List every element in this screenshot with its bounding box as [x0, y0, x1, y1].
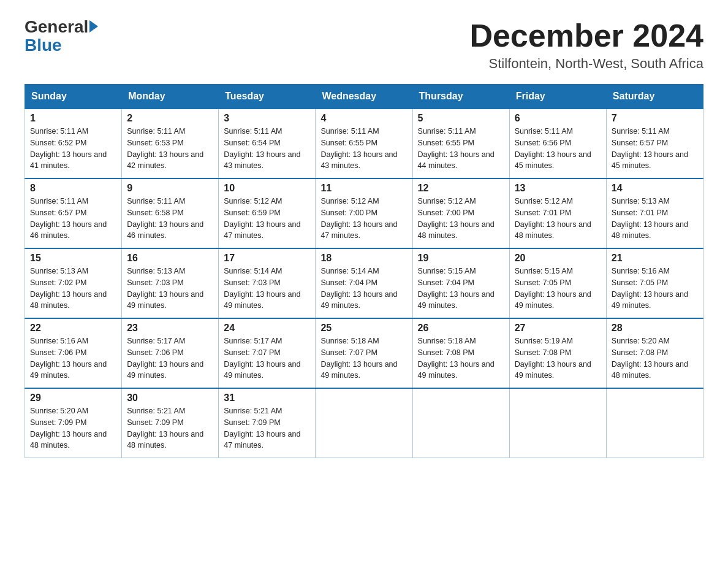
day-cell-23: 23Sunrise: 5:17 AMSunset: 7:06 PMDayligh…	[122, 318, 219, 388]
day-info: Sunrise: 5:21 AMSunset: 7:09 PMDaylight:…	[224, 407, 300, 450]
weekday-header-wednesday: Wednesday	[316, 85, 412, 109]
weekday-header-tuesday: Tuesday	[219, 85, 316, 109]
day-info: Sunrise: 5:20 AMSunset: 7:09 PMDaylight:…	[30, 407, 107, 450]
day-cell-22: 22Sunrise: 5:16 AMSunset: 7:06 PMDayligh…	[25, 318, 122, 388]
day-cell-14: 14Sunrise: 5:13 AMSunset: 7:01 PMDayligh…	[606, 178, 703, 248]
day-cell-7: 7Sunrise: 5:11 AMSunset: 6:57 PMDaylight…	[606, 109, 703, 178]
day-info: Sunrise: 5:13 AMSunset: 7:02 PMDaylight:…	[30, 267, 107, 310]
day-info: Sunrise: 5:17 AMSunset: 7:06 PMDaylight:…	[127, 337, 203, 380]
logo-arrow-icon	[89, 20, 98, 33]
day-cell-1: 1Sunrise: 5:11 AMSunset: 6:52 PMDaylight…	[25, 109, 122, 178]
logo-blue-text: Blue	[25, 36, 98, 55]
day-info: Sunrise: 5:11 AMSunset: 6:57 PMDaylight:…	[30, 197, 107, 240]
day-cell-9: 9Sunrise: 5:11 AMSunset: 6:58 PMDaylight…	[122, 178, 219, 248]
logo: General Blue	[25, 18, 98, 55]
empty-cell	[316, 388, 412, 458]
week-row-2: 8Sunrise: 5:11 AMSunset: 6:57 PMDaylight…	[25, 178, 703, 248]
day-number: 15	[30, 253, 116, 264]
day-info: Sunrise: 5:19 AMSunset: 7:08 PMDaylight:…	[515, 337, 591, 380]
day-info: Sunrise: 5:16 AMSunset: 7:05 PMDaylight:…	[612, 267, 688, 310]
day-cell-26: 26Sunrise: 5:18 AMSunset: 7:08 PMDayligh…	[412, 318, 509, 388]
day-info: Sunrise: 5:13 AMSunset: 7:01 PMDaylight:…	[612, 197, 688, 240]
day-info: Sunrise: 5:12 AMSunset: 7:00 PMDaylight:…	[418, 197, 495, 240]
empty-cell	[412, 388, 509, 458]
day-number: 9	[127, 183, 213, 194]
day-info: Sunrise: 5:18 AMSunset: 7:08 PMDaylight:…	[418, 337, 495, 380]
day-number: 25	[320, 323, 407, 334]
day-cell-15: 15Sunrise: 5:13 AMSunset: 7:02 PMDayligh…	[25, 248, 122, 318]
day-info: Sunrise: 5:13 AMSunset: 7:03 PMDaylight:…	[127, 267, 203, 310]
day-info: Sunrise: 5:11 AMSunset: 6:55 PMDaylight:…	[418, 127, 495, 170]
day-cell-24: 24Sunrise: 5:17 AMSunset: 7:07 PMDayligh…	[219, 318, 316, 388]
day-number: 23	[127, 323, 213, 334]
day-cell-12: 12Sunrise: 5:12 AMSunset: 7:00 PMDayligh…	[412, 178, 509, 248]
day-number: 28	[612, 323, 698, 334]
day-number: 6	[515, 113, 601, 124]
day-number: 26	[418, 323, 504, 334]
page-header: General Blue December 2024 Stilfontein, …	[25, 18, 703, 72]
day-cell-10: 10Sunrise: 5:12 AMSunset: 6:59 PMDayligh…	[219, 178, 316, 248]
empty-cell	[509, 388, 606, 458]
day-number: 12	[418, 183, 504, 194]
day-info: Sunrise: 5:11 AMSunset: 6:56 PMDaylight:…	[515, 127, 591, 170]
day-info: Sunrise: 5:11 AMSunset: 6:55 PMDaylight:…	[320, 127, 397, 170]
day-cell-11: 11Sunrise: 5:12 AMSunset: 7:00 PMDayligh…	[316, 178, 412, 248]
day-info: Sunrise: 5:11 AMSunset: 6:52 PMDaylight:…	[30, 127, 107, 170]
weekday-header-thursday: Thursday	[412, 85, 509, 109]
logo-general-text: General	[25, 18, 88, 36]
week-row-4: 22Sunrise: 5:16 AMSunset: 7:06 PMDayligh…	[25, 318, 703, 388]
day-info: Sunrise: 5:14 AMSunset: 7:03 PMDaylight:…	[224, 267, 300, 310]
empty-cell	[606, 388, 703, 458]
day-number: 16	[127, 253, 213, 264]
day-number: 22	[30, 323, 116, 334]
day-info: Sunrise: 5:16 AMSunset: 7:06 PMDaylight:…	[30, 337, 107, 380]
day-info: Sunrise: 5:12 AMSunset: 7:00 PMDaylight:…	[320, 197, 397, 240]
day-cell-31: 31Sunrise: 5:21 AMSunset: 7:09 PMDayligh…	[219, 388, 316, 458]
day-info: Sunrise: 5:15 AMSunset: 7:04 PMDaylight:…	[418, 267, 495, 310]
day-cell-2: 2Sunrise: 5:11 AMSunset: 6:53 PMDaylight…	[122, 109, 219, 178]
day-cell-8: 8Sunrise: 5:11 AMSunset: 6:57 PMDaylight…	[25, 178, 122, 248]
day-info: Sunrise: 5:20 AMSunset: 7:08 PMDaylight:…	[612, 337, 688, 380]
day-number: 21	[612, 253, 698, 264]
weekday-header-friday: Friday	[509, 85, 606, 109]
day-cell-19: 19Sunrise: 5:15 AMSunset: 7:04 PMDayligh…	[412, 248, 509, 318]
day-info: Sunrise: 5:11 AMSunset: 6:54 PMDaylight:…	[224, 127, 300, 170]
day-number: 18	[320, 253, 407, 264]
day-cell-17: 17Sunrise: 5:14 AMSunset: 7:03 PMDayligh…	[219, 248, 316, 318]
location-subtitle: Stilfontein, North-West, South Africa	[469, 56, 703, 72]
day-cell-25: 25Sunrise: 5:18 AMSunset: 7:07 PMDayligh…	[316, 318, 412, 388]
day-number: 13	[515, 183, 601, 194]
weekday-header-saturday: Saturday	[606, 85, 703, 109]
day-cell-18: 18Sunrise: 5:14 AMSunset: 7:04 PMDayligh…	[316, 248, 412, 318]
day-number: 8	[30, 183, 116, 194]
day-number: 30	[127, 393, 213, 404]
day-cell-21: 21Sunrise: 5:16 AMSunset: 7:05 PMDayligh…	[606, 248, 703, 318]
day-number: 17	[224, 253, 310, 264]
day-cell-13: 13Sunrise: 5:12 AMSunset: 7:01 PMDayligh…	[509, 178, 606, 248]
day-info: Sunrise: 5:21 AMSunset: 7:09 PMDaylight:…	[127, 407, 203, 450]
day-cell-29: 29Sunrise: 5:20 AMSunset: 7:09 PMDayligh…	[25, 388, 122, 458]
day-number: 5	[418, 113, 504, 124]
day-number: 14	[612, 183, 698, 194]
day-cell-3: 3Sunrise: 5:11 AMSunset: 6:54 PMDaylight…	[219, 109, 316, 178]
day-number: 31	[224, 393, 310, 404]
day-number: 10	[224, 183, 310, 194]
day-number: 7	[612, 113, 698, 124]
day-number: 20	[515, 253, 601, 264]
day-info: Sunrise: 5:11 AMSunset: 6:58 PMDaylight:…	[127, 197, 203, 240]
day-info: Sunrise: 5:15 AMSunset: 7:05 PMDaylight:…	[515, 267, 591, 310]
day-number: 19	[418, 253, 504, 264]
day-cell-28: 28Sunrise: 5:20 AMSunset: 7:08 PMDayligh…	[606, 318, 703, 388]
calendar-table: SundayMondayTuesdayWednesdayThursdayFrid…	[25, 84, 703, 458]
week-row-5: 29Sunrise: 5:20 AMSunset: 7:09 PMDayligh…	[25, 388, 703, 458]
day-cell-20: 20Sunrise: 5:15 AMSunset: 7:05 PMDayligh…	[509, 248, 606, 318]
day-cell-5: 5Sunrise: 5:11 AMSunset: 6:55 PMDaylight…	[412, 109, 509, 178]
day-number: 4	[320, 113, 407, 124]
day-number: 27	[515, 323, 601, 334]
day-number: 29	[30, 393, 116, 404]
day-info: Sunrise: 5:11 AMSunset: 6:53 PMDaylight:…	[127, 127, 203, 170]
day-number: 11	[320, 183, 407, 194]
day-number: 24	[224, 323, 310, 334]
day-number: 3	[224, 113, 310, 124]
day-info: Sunrise: 5:14 AMSunset: 7:04 PMDaylight:…	[320, 267, 397, 310]
